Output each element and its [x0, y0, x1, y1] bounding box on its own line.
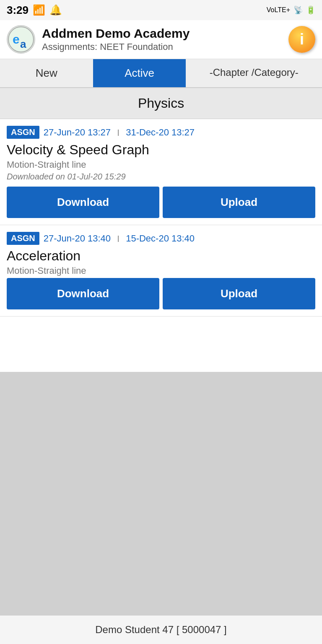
- svg-text:a: a: [20, 38, 26, 50]
- app-subtitle: Assignments: NEET Foundation: [42, 42, 282, 52]
- wifi-icon: 📶: [33, 4, 45, 16]
- status-time: 3:29: [7, 4, 29, 17]
- status-right: VoLTE+ 📡 🔋: [267, 5, 315, 15]
- assignment-card: ASGN 27-Jun-20 13:27 | 31-Dec-20 13:27 V…: [0, 119, 322, 225]
- download-button-1[interactable]: Download: [7, 187, 159, 218]
- asgn-sep-1: |: [117, 129, 119, 136]
- download-button-2[interactable]: Download: [7, 278, 159, 309]
- lte-icon: VoLTE+: [267, 6, 290, 14]
- asgn-start-date-2: 27-Jun-20 13:40: [44, 233, 111, 244]
- status-bar: 3:29 📶 🔔 VoLTE+ 📡 🔋: [0, 0, 322, 20]
- btn-row-1: Download Upload: [7, 187, 315, 225]
- asgn-badge-1: ASGN: [7, 126, 39, 139]
- asgn-end-date-2: 15-Dec-20 13:40: [126, 233, 195, 244]
- footer: Demo Student 47 [ 5000047 ]: [0, 615, 322, 644]
- tab-active[interactable]: Active: [93, 59, 186, 87]
- upload-button-2[interactable]: Upload: [163, 278, 315, 309]
- content-area: ASGN 27-Jun-20 13:27 | 31-Dec-20 13:27 V…: [0, 119, 322, 372]
- asgn-chapter-2: Motion-Straight line: [7, 265, 315, 276]
- asgn-meta-2: ASGN 27-Jun-20 13:40 | 15-Dec-20 13:40: [7, 232, 315, 245]
- upload-button-1[interactable]: Upload: [163, 187, 315, 218]
- category-header: Physics: [0, 88, 322, 119]
- asgn-end-date-1: 31-Dec-20 13:27: [126, 127, 195, 138]
- svg-text:e: e: [13, 32, 20, 46]
- empty-area: [0, 372, 322, 615]
- asgn-badge-2: ASGN: [7, 232, 39, 245]
- tab-new[interactable]: New: [0, 59, 93, 87]
- status-left: 3:29 📶 🔔: [7, 4, 62, 17]
- header-text: Addmen Demo Academy Assignments: NEET Fo…: [42, 26, 282, 52]
- asgn-chapter-1: Motion-Straight line: [7, 159, 315, 170]
- app-header: e a Addmen Demo Academy Assignments: NEE…: [0, 20, 322, 59]
- app-logo: e a: [7, 25, 35, 54]
- asgn-start-date-1: 27-Jun-20 13:27: [44, 127, 111, 138]
- asgn-meta-1: ASGN 27-Jun-20 13:27 | 31-Dec-20 13:27: [7, 126, 315, 139]
- asgn-sep-2: |: [117, 235, 119, 242]
- footer-text: Demo Student 47 [ 5000047 ]: [95, 624, 227, 635]
- assignment-card-2: ASGN 27-Jun-20 13:40 | 15-Dec-20 13:40 A…: [0, 225, 322, 317]
- btn-row-2: Download Upload: [7, 278, 315, 316]
- signal-icon: 📡: [293, 5, 303, 15]
- asgn-title-2: Acceleration: [7, 248, 315, 264]
- info-button[interactable]: i: [288, 26, 315, 53]
- asgn-downloaded-1: Downloaded on 01-Jul-20 15:29: [7, 172, 315, 182]
- battery-icon: 🔋: [306, 5, 315, 15]
- bell-icon: 🔔: [49, 4, 62, 16]
- tab-bar: New Active -Chapter /Category-: [0, 59, 322, 88]
- asgn-title-1: Velocity & Speed Graph: [7, 142, 315, 158]
- app-title: Addmen Demo Academy: [42, 26, 282, 41]
- tab-chapter[interactable]: -Chapter /Category-: [186, 59, 322, 87]
